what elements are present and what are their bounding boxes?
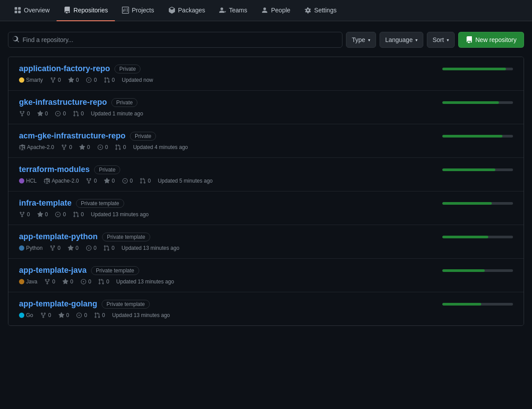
repo-title-row: application-factory-repo Private [19, 64, 433, 73]
issues-meta: 0 [80, 279, 91, 285]
forks-meta: 0 [40, 312, 51, 318]
issues-meta: 0 [86, 77, 97, 83]
progress-fill [442, 202, 492, 205]
repo-badge: Private [130, 132, 156, 141]
repo-progress [433, 64, 513, 70]
repo-info: gke-infrastructure-repo Private 0 0 0 0 … [19, 98, 433, 117]
forks-count: 0 [48, 312, 51, 318]
progress-fill [442, 135, 502, 138]
updated-text: Updated 13 minutes ago [112, 312, 170, 318]
progress-fill [442, 236, 488, 238]
nav-projects[interactable]: Projects [115, 0, 161, 21]
stars-meta: 0 [37, 211, 48, 218]
stars-meta: 0 [68, 77, 79, 83]
search-icon [12, 36, 19, 44]
language-name: HCL [26, 178, 37, 184]
repo-name-link[interactable]: application-factory-repo [19, 64, 110, 73]
issues-meta: 0 [122, 178, 133, 184]
progress-bar [442, 236, 513, 238]
progress-fill [442, 303, 481, 306]
language-name: Java [26, 279, 37, 285]
forks-count: 0 [52, 279, 55, 285]
repo-title-row: gke-infrastructure-repo Private [19, 98, 433, 107]
sort-dropdown-button[interactable]: Sort ▾ [427, 32, 455, 48]
stars-count: 0 [76, 77, 79, 83]
stars-meta: 0 [62, 279, 73, 285]
issues-count: 0 [63, 211, 66, 218]
stars-meta: 0 [104, 178, 115, 184]
prs-meta: 0 [73, 211, 84, 218]
repo-info: terraform-modules Private HCL Apache-2.0… [19, 165, 433, 184]
updated-meta: Updated 5 minutes ago [158, 178, 213, 184]
type-dropdown-button[interactable]: Type ▾ [346, 32, 376, 48]
stars-meta: 0 [58, 312, 69, 318]
language-name: Python [26, 245, 42, 251]
updated-meta: Updated 13 minutes ago [116, 279, 174, 285]
prs-count: 0 [111, 245, 114, 251]
progress-bar [442, 269, 513, 272]
issues-count: 0 [84, 312, 87, 318]
stars-meta: 0 [79, 144, 90, 150]
repo-title-row: infra-template Private template [19, 199, 433, 208]
language-dropdown-button[interactable]: Language ▾ [380, 32, 423, 48]
updated-text: Updated 5 minutes ago [158, 178, 213, 184]
nav-repositories[interactable]: Repositories [57, 0, 115, 21]
repo-meta: HCL Apache-2.0 0 0 0 0 Updated 5 minutes… [19, 178, 433, 184]
language-meta: Python [19, 245, 42, 251]
nav-overview[interactable]: Overview [7, 0, 57, 21]
progress-bar [442, 168, 513, 171]
updated-text: Updated 13 minutes ago [122, 245, 179, 251]
repo-name-link[interactable]: app-template-golang [19, 299, 97, 309]
issues-meta: 0 [55, 211, 66, 218]
repo-title-row: app-template-python Private template [19, 232, 433, 241]
nav-packages[interactable]: Packages [161, 0, 212, 21]
repo-badge: Private [111, 98, 137, 107]
updated-text: Updated 13 minutes ago [91, 211, 149, 218]
language-dot [19, 313, 24, 318]
nav-settings[interactable]: Settings [297, 0, 344, 21]
nav-teams[interactable]: Teams [212, 0, 254, 21]
repo-meta: Java 0 0 0 0 Updated 13 minutes ago [19, 279, 433, 285]
issues-count: 0 [105, 144, 108, 150]
updated-text: Updated 13 minutes ago [116, 279, 174, 285]
progress-fill [442, 168, 495, 171]
repo-progress [433, 266, 513, 272]
new-repository-button[interactable]: New repository [458, 32, 524, 48]
type-label: Type [352, 36, 365, 43]
prs-meta: 0 [115, 144, 126, 150]
language-meta: Smarty [19, 77, 43, 83]
language-meta: Java [19, 279, 37, 285]
issues-meta: 0 [55, 111, 66, 117]
repo-name-link[interactable]: app-template-java [19, 266, 87, 275]
repo-name-link[interactable]: infra-template [19, 199, 72, 208]
license-name: Apache-2.0 [52, 178, 79, 184]
nav-packages-label: Packages [178, 7, 205, 14]
updated-meta: Updated 13 minutes ago [91, 211, 149, 218]
table-row: app-template-python Private template Pyt… [8, 225, 524, 259]
repo-name-link[interactable]: app-template-python [19, 232, 98, 241]
prs-count: 0 [81, 211, 84, 218]
repo-info: app-template-java Private template Java … [19, 266, 433, 285]
repository-list: application-factory-repo Private Smarty … [8, 57, 524, 326]
stars-meta: 0 [68, 245, 79, 251]
repo-progress [433, 131, 513, 138]
repo-info: app-template-golang Private template Go … [19, 299, 433, 318]
repo-badge: Private template [76, 199, 124, 208]
main-content: Type ▾ Language ▾ Sort ▾ New repository … [1, 21, 531, 336]
language-name: Go [26, 312, 33, 318]
repo-progress [433, 98, 513, 104]
repo-name-link[interactable]: terraform-modules [19, 165, 90, 174]
repo-name-link[interactable]: gke-infrastructure-repo [19, 98, 107, 107]
top-nav: Overview Repositories Projects Packages … [0, 0, 532, 21]
language-label: Language [385, 36, 413, 43]
sort-chevron-icon: ▾ [447, 38, 449, 42]
repo-name-link[interactable]: acm-gke-infrastructure-repo [19, 131, 125, 141]
issues-count: 0 [94, 77, 97, 83]
forks-count: 0 [69, 144, 72, 150]
search-wrapper [8, 32, 342, 48]
repo-meta: 0 0 0 0 Updated 1 minute ago [19, 111, 433, 117]
progress-bar [442, 101, 513, 104]
stars-count: 0 [76, 245, 79, 251]
search-input[interactable] [8, 32, 342, 48]
nav-people[interactable]: People [254, 0, 297, 21]
